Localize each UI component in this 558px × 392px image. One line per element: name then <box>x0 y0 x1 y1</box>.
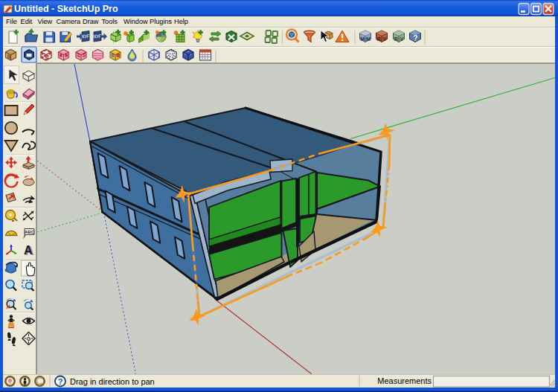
svg-text:V: V <box>400 36 403 42</box>
svg-text:Drag in direction to pan: Drag in direction to pan <box>70 377 155 386</box>
svg-text:IDF: IDF <box>93 33 101 39</box>
svg-text:Plugins: Plugins <box>150 18 173 25</box>
svg-text:A: A <box>24 244 33 257</box>
svg-text:Untitled - SketchUp Pro: Untitled - SketchUp Pro <box>14 4 118 14</box>
svg-text:M: M <box>360 36 365 42</box>
svg-text:Window: Window <box>124 18 148 25</box>
svg-text:Measurements: Measurements <box>377 376 432 385</box>
svg-text:View: View <box>38 18 53 25</box>
svg-text:?: ? <box>58 377 63 386</box>
svg-text:Help: Help <box>174 18 188 25</box>
svg-text:Tools: Tools <box>102 18 118 25</box>
svg-text:M: M <box>366 36 371 42</box>
svg-text:V: V <box>382 36 386 42</box>
svg-text:?: ? <box>413 34 417 42</box>
svg-text:Camera: Camera <box>57 18 82 25</box>
svg-text:File: File <box>6 18 17 25</box>
svg-text:R: R <box>377 36 381 42</box>
svg-text:IDF: IDF <box>81 33 89 39</box>
svg-text:R: R <box>394 36 398 42</box>
svg-text:Edit: Edit <box>21 18 33 25</box>
svg-text:Draw: Draw <box>83 18 99 25</box>
svg-text:ABC: ABC <box>25 230 35 234</box>
svg-text:G: G <box>27 336 31 341</box>
